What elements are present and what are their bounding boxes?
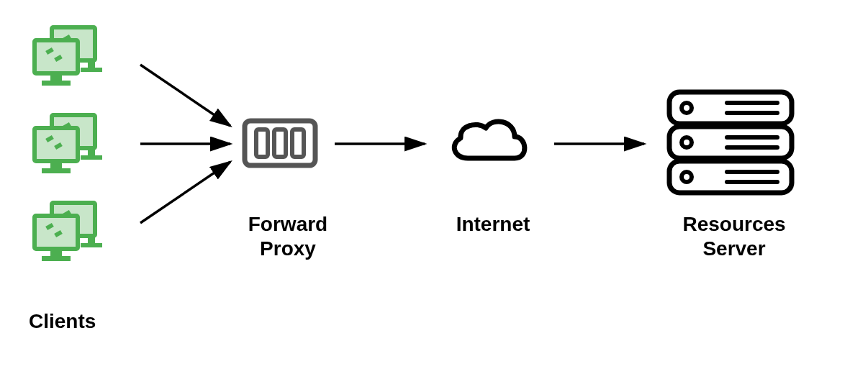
diagram-canvas xyxy=(0,0,868,374)
svg-rect-4 xyxy=(35,40,78,73)
svg-rect-43 xyxy=(669,161,792,193)
client-monitor-icon xyxy=(35,203,102,261)
svg-rect-20 xyxy=(81,155,102,160)
svg-point-40 xyxy=(682,137,692,147)
cloud-icon xyxy=(454,122,525,158)
client-monitor-icon xyxy=(35,115,102,173)
clients-label: Clients xyxy=(29,309,115,334)
internet-label: Internet xyxy=(446,212,540,237)
client-monitor-icon xyxy=(35,27,102,86)
svg-rect-19 xyxy=(88,148,95,155)
svg-rect-28 xyxy=(42,256,71,261)
svg-rect-34 xyxy=(292,129,304,157)
svg-rect-30 xyxy=(81,243,102,247)
svg-rect-18 xyxy=(42,168,71,173)
forward-proxy-diagram: Clients Forward Proxy Internet Resources… xyxy=(0,0,868,374)
svg-rect-8 xyxy=(42,81,71,86)
svg-rect-39 xyxy=(669,127,792,158)
svg-rect-27 xyxy=(50,249,62,256)
svg-rect-29 xyxy=(88,236,95,243)
svg-rect-10 xyxy=(81,68,102,72)
server-stack-icon xyxy=(669,92,792,193)
arrow-icon xyxy=(140,65,230,126)
svg-rect-14 xyxy=(35,128,78,161)
svg-rect-7 xyxy=(50,73,62,81)
svg-point-36 xyxy=(682,103,692,113)
server-label: Resources Server xyxy=(677,212,792,260)
svg-rect-32 xyxy=(256,129,268,157)
proxy-icon xyxy=(245,121,315,165)
svg-rect-35 xyxy=(669,92,792,124)
svg-rect-33 xyxy=(274,129,286,157)
proxy-label: Forward Proxy xyxy=(238,212,338,260)
svg-rect-17 xyxy=(50,161,62,168)
arrow-icon xyxy=(140,162,230,223)
svg-point-44 xyxy=(682,172,692,182)
svg-rect-9 xyxy=(88,60,95,68)
svg-rect-24 xyxy=(35,216,78,249)
